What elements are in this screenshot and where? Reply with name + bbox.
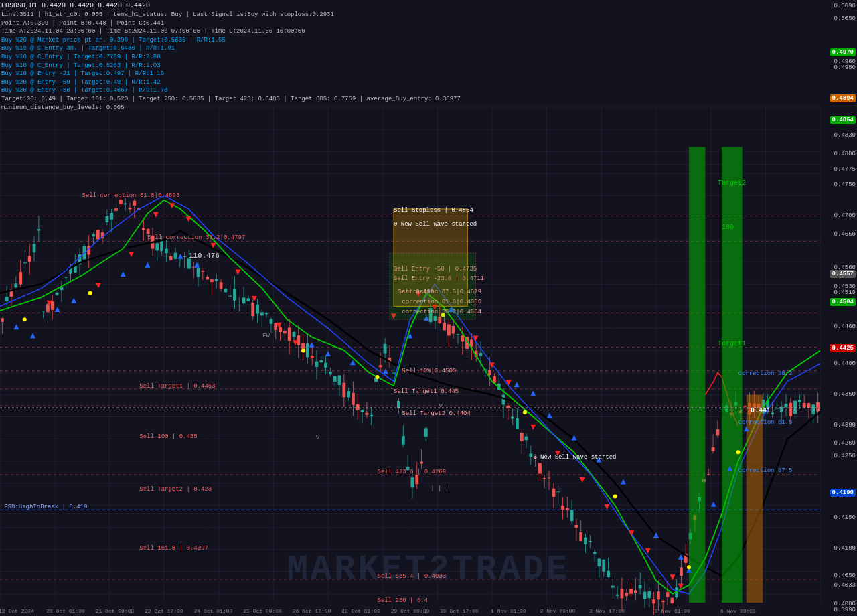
chart-container: EOSUSD,H1 0.4420 0.4420 0.4420 0.4420 Li… xyxy=(0,0,857,616)
main-chart-canvas xyxy=(0,0,857,616)
